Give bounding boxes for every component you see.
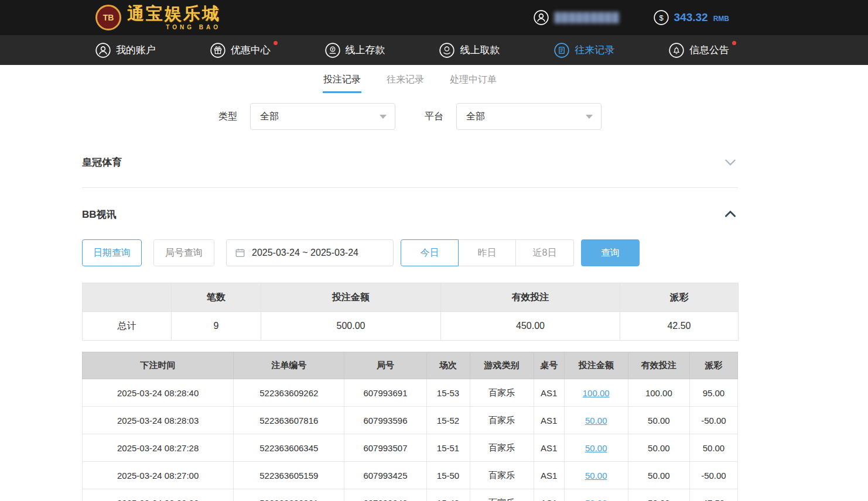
table-id: AS1	[534, 407, 564, 434]
summary-total-row: 总计 9 500.00 450.00 42.50	[83, 312, 739, 341]
bet-amount-link[interactable]: 100.00	[564, 379, 628, 407]
date-query-button[interactable]: 日期查询	[82, 239, 142, 266]
bb-section-header[interactable]: BB视讯	[82, 207, 738, 222]
table-id: AS1	[534, 434, 564, 462]
summary-header-row: 笔数 投注金额 有效投注 派彩	[83, 283, 739, 312]
bet-amount-value[interactable]: 50.00	[585, 416, 607, 425]
section-bb-video: BB视讯 日期查询 局号查询 2025-03-24 ~ 2025-03-24 今…	[82, 188, 738, 501]
platform-select-value: 全部	[466, 111, 485, 123]
valid-bet: 50.00	[628, 462, 689, 489]
table-row: 2025-03-24 08:27:00522363605159607993425…	[83, 462, 738, 489]
balance[interactable]: $ 343.32 RMB	[654, 10, 729, 25]
yesterday-button[interactable]: 昨日	[458, 239, 516, 266]
payout: 95.00	[689, 379, 737, 407]
tab-bar: 投注记录往来记录处理中订单	[0, 65, 868, 95]
game-type: 百家乐	[470, 489, 534, 501]
search-button[interactable]: 查询	[581, 239, 640, 266]
chevron-down-icon	[586, 115, 593, 119]
dollar-icon: $	[654, 10, 669, 25]
summary-header-valid-bet: 有效投注	[441, 283, 620, 312]
nav-item-label: 线上存款	[346, 43, 385, 57]
notification-dot	[274, 41, 278, 45]
tab-bet-records[interactable]: 投注记录	[323, 65, 361, 95]
nav-item-online-withdrawal[interactable]: 线上取款	[439, 43, 500, 58]
bet-amount-link[interactable]: 50.00	[564, 489, 628, 501]
logo-text: 通宝娱乐城 TONG BAO	[127, 5, 221, 30]
nav-item-announcements[interactable]: 信息公告	[669, 43, 729, 58]
valid-bet: 50.00	[628, 489, 689, 501]
user-account[interactable]: █████████	[534, 10, 620, 25]
nav-item-promotions[interactable]: 优惠中心	[210, 43, 271, 58]
bet-time: 2025-03-24 08:28:40	[83, 379, 234, 407]
logo[interactable]: TB 通宝娱乐城 TONG BAO	[95, 5, 221, 30]
round-query-button[interactable]: 局号查询	[153, 239, 214, 266]
round-id: 607993425	[344, 462, 426, 489]
bet-amount-value[interactable]: 100.00	[583, 388, 610, 398]
bet-time: 2025-03-24 08:27:28	[83, 434, 234, 462]
nav-item-my-account[interactable]: 我的账户	[95, 43, 156, 58]
payout: -50.00	[689, 462, 737, 489]
tab-processing-orders[interactable]: 处理中订单	[449, 65, 497, 95]
query-toolbar: 日期查询 局号查询 2025-03-24 ~ 2025-03-24 今日 昨日 …	[82, 239, 738, 266]
round-id: 607993691	[344, 379, 426, 407]
nav-item-transaction-records[interactable]: 往来记录	[554, 43, 614, 58]
logo-title: 通宝娱乐城	[127, 5, 221, 22]
round-id: 607993596	[344, 407, 426, 434]
summary-payout-value: 42.50	[620, 312, 739, 341]
platform-filter: 平台 全部	[425, 103, 602, 130]
bet-amount-value[interactable]: 50.00	[585, 498, 607, 501]
type-select[interactable]: 全部	[250, 103, 395, 130]
nav-item-label: 我的账户	[116, 43, 156, 57]
last-8-days-button[interactable]: 近8日	[516, 239, 574, 266]
column-header: 注单编号	[234, 352, 344, 379]
bet-amount-value[interactable]: 50.00	[585, 443, 607, 453]
calendar-icon	[235, 248, 245, 258]
type-filter-label: 类型	[218, 111, 237, 123]
bet-amount-link[interactable]: 50.00	[564, 407, 628, 434]
column-header: 投注金额	[564, 352, 628, 379]
game-type: 百家乐	[470, 434, 534, 462]
type-filter: 类型 全部	[218, 103, 395, 130]
tab-transaction-records[interactable]: 往来记录	[386, 65, 425, 95]
summary-header-count: 笔数	[172, 283, 261, 312]
round-id: 607993507	[344, 434, 426, 462]
summary-count-value: 9	[172, 312, 261, 341]
logo-badge-icon: TB	[95, 5, 121, 30]
bb-section-title: BB视讯	[82, 208, 117, 221]
bet-amount-value[interactable]: 50.00	[585, 471, 607, 481]
platform-filter-label: 平台	[425, 111, 443, 123]
bet-id: 522363606345	[234, 434, 344, 462]
filter-row: 类型 全部 平台 全部	[82, 103, 738, 130]
section-crown-sports: 皇冠体育	[82, 130, 738, 188]
bet-amount-link[interactable]: 50.00	[564, 462, 628, 489]
bet-amount-link[interactable]: 50.00	[564, 434, 628, 462]
crown-section-header[interactable]: 皇冠体育	[82, 155, 738, 170]
date-range-value: 2025-03-24 ~ 2025-03-24	[252, 248, 358, 258]
logo-subtitle: TONG BAO	[127, 24, 221, 30]
column-header: 游戏类别	[470, 352, 534, 379]
table-row: 2025-03-24 08:28:03522363607816607993596…	[83, 407, 738, 434]
session: 15-51	[426, 434, 470, 462]
user-name-masked: █████████	[555, 12, 620, 23]
game-type: 百家乐	[470, 379, 534, 407]
summary-total-label: 总计	[83, 312, 172, 341]
payout: 47.50	[689, 489, 737, 501]
session: 15-53	[426, 379, 470, 407]
game-type: 百家乐	[470, 462, 534, 489]
type-select-value: 全部	[260, 111, 279, 123]
date-range-input[interactable]: 2025-03-24 ~ 2025-03-24	[226, 239, 394, 266]
notification-dot	[732, 41, 736, 45]
session: 15-50	[426, 462, 470, 489]
crown-section-title: 皇冠体育	[82, 156, 122, 169]
today-button[interactable]: 今日	[401, 239, 459, 266]
summary-valid-bet-value: 450.00	[441, 312, 620, 341]
session: 15-49	[426, 489, 470, 501]
nav-item-online-deposit[interactable]: 线上存款	[325, 43, 385, 58]
platform-select[interactable]: 全部	[456, 103, 602, 130]
deposit-icon	[325, 43, 340, 58]
summary-bet-amount-value: 500.00	[261, 312, 441, 341]
table-id: AS1	[534, 489, 564, 501]
balance-currency: RMB	[713, 15, 729, 23]
table-row: 2025-03-24 08:28:40522363609262607993691…	[83, 379, 738, 407]
bet-id: 522363603821	[234, 489, 344, 501]
